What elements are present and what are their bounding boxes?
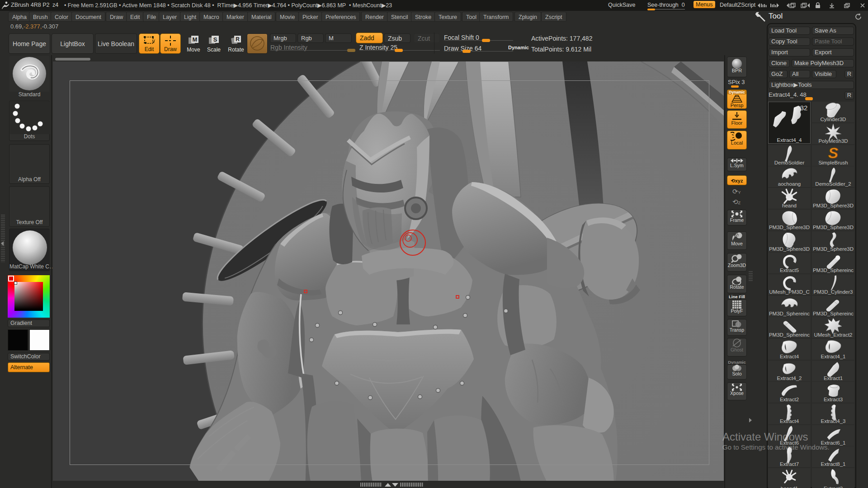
svg-text:S: S bbox=[828, 145, 839, 161]
svg-text:32: 32 bbox=[800, 104, 808, 112]
svg-text:R: R bbox=[236, 36, 240, 42]
svg-text:S: S bbox=[213, 36, 217, 43]
svg-text:M: M bbox=[193, 36, 198, 43]
